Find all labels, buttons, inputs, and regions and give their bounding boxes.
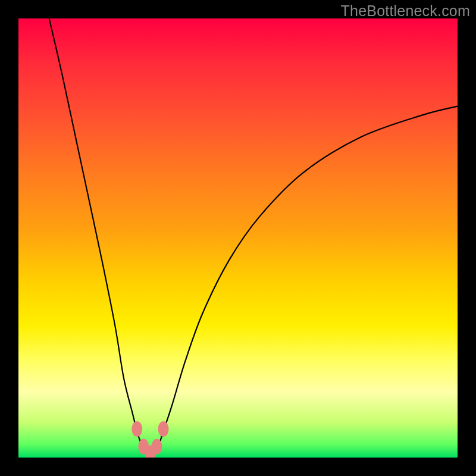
curve-marker — [131, 421, 142, 437]
bottleneck-curve — [49, 18, 458, 455]
curve-marker — [158, 421, 169, 437]
curve-marker — [151, 439, 162, 455]
watermark-text: TheBottleneck.com — [341, 2, 470, 20]
curve-markers — [131, 421, 168, 458]
chart-frame: TheBottleneck.com — [0, 0, 476, 476]
chart-svg — [18, 18, 458, 458]
